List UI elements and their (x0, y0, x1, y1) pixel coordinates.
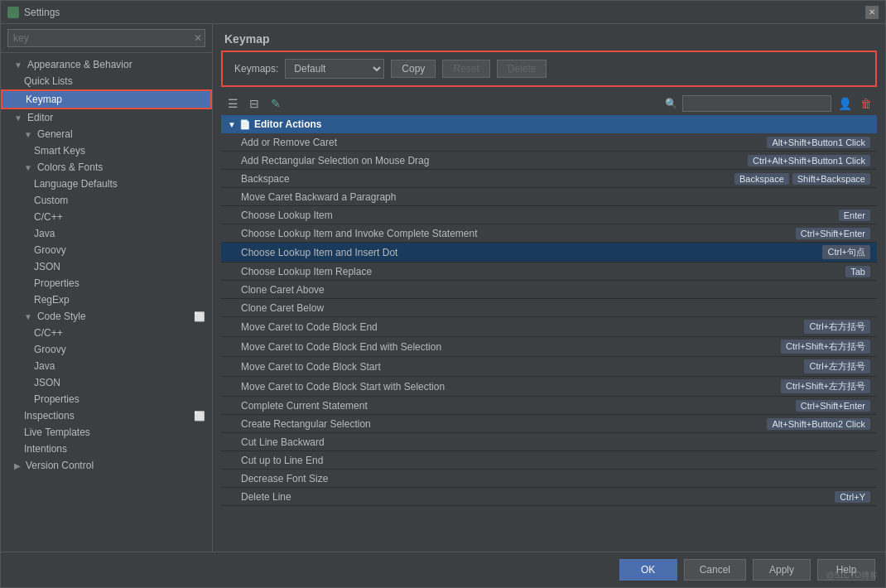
sidebar-item-regexp[interactable]: RegExp (1, 292, 212, 308)
sidebar-item-colors-fonts[interactable]: ▼ Colors & Fonts (1, 159, 212, 176)
sidebar-item-appearance[interactable]: ▼ Appearance & Behavior (1, 56, 212, 73)
sidebar-item-label: JSON (34, 261, 60, 272)
sidebar-item-code-json[interactable]: JSON (1, 374, 212, 391)
settings-window: Settings ✕ ✕ ▼ Appearance & Behavior Qui… (0, 0, 886, 588)
shortcut-badge: Ctrl+句点 (822, 245, 870, 259)
sidebar-item-code-cpp[interactable]: C/C++ (1, 325, 212, 341)
shortcuts: Enter (839, 210, 870, 221)
toolbar: ☰ ⊟ ✎ 🔍 👤 🗑 (213, 92, 885, 115)
sidebar-item-label: Keymap (26, 94, 62, 105)
sidebar-item-code-properties[interactable]: Properties (1, 391, 212, 407)
search-wrap: ✕ (7, 29, 205, 47)
action-name: Decrease Font Size (241, 473, 870, 484)
table-row[interactable]: Complete Current StatementCtrl+Shift+Ent… (221, 397, 877, 415)
sidebar-item-version-control[interactable]: ▶ Version Control (1, 457, 212, 474)
sidebar-item-intentions[interactable]: Intentions (1, 441, 212, 457)
table-row[interactable]: Clone Caret Above (221, 281, 877, 299)
sidebar-item-label: Inspections (24, 410, 75, 422)
action-name: Move Caret to Code Block Start with Sele… (241, 381, 781, 393)
search-input[interactable] (7, 29, 205, 47)
edit-icon[interactable]: ✎ (267, 95, 284, 112)
shortcut-badge: Backspace (734, 173, 789, 185)
table-row[interactable]: Choose Lookup ItemEnter (221, 206, 877, 224)
shortcuts: Ctrl+Shift+Enter (796, 228, 870, 239)
table-row[interactable]: Move Caret Backward a Paragraph (221, 188, 877, 206)
sidebar: ✕ ▼ Appearance & Behavior Quick Lists Ke… (1, 24, 213, 552)
watermark: @51CTO博客 (826, 570, 878, 581)
sidebar-item-keymap[interactable]: Keymap (1, 89, 212, 109)
table-row[interactable]: Add Rectangular Selection on Mouse DragC… (221, 152, 877, 170)
sidebar-item-editor[interactable]: ▼ Editor (1, 109, 212, 126)
sidebar-item-groovy[interactable]: Groovy (1, 242, 212, 258)
table-row[interactable]: Delete LineCtrl+Y (221, 488, 877, 506)
shortcuts: Ctrl+Shift+右方括号 (781, 340, 870, 354)
table-row[interactable]: Choose Lookup Item ReplaceTab (221, 263, 877, 281)
sidebar-item-json[interactable]: JSON (1, 258, 212, 275)
table-row[interactable]: Move Caret to Code Block End with Select… (221, 337, 877, 357)
sidebar-item-code-java[interactable]: Java (1, 358, 212, 374)
action-name: Create Rectangular Selection (241, 418, 767, 430)
table-row[interactable]: Move Caret to Code Block EndCtrl+右方括号 (221, 317, 877, 337)
sidebar-item-java[interactable]: Java (1, 225, 212, 242)
table-row[interactable]: Decrease Font Size (221, 470, 877, 488)
shortcuts: Ctrl+右方括号 (804, 320, 870, 334)
table-row[interactable]: Move Caret to Code Block Start with Sele… (221, 377, 877, 397)
sidebar-item-label: Editor (27, 112, 53, 123)
title-bar-left: Settings (7, 7, 60, 18)
sidebar-item-label: Groovy (34, 344, 66, 355)
search-bar: ✕ (1, 24, 212, 53)
shortcuts: Tab (845, 266, 870, 277)
delete-button[interactable]: Delete (497, 60, 547, 78)
table-row[interactable]: BackspaceBackspaceShift+Backspace (221, 170, 877, 188)
keymap-select[interactable]: Default Eclipse Emacs NetBeans (285, 59, 384, 79)
copy-button[interactable]: Copy (391, 60, 436, 78)
table-row[interactable]: Choose Lookup Item and Invoke Complete S… (221, 224, 877, 243)
table-row[interactable]: Create Rectangular SelectionAlt+Shift+Bu… (221, 415, 877, 433)
sidebar-item-label: General (37, 128, 73, 140)
table-row[interactable]: Move Caret to Code Block StartCtrl+左方括号 (221, 357, 877, 377)
sidebar-item-custom[interactable]: Custom (1, 192, 212, 209)
table-row[interactable]: Cut Line Backward (221, 433, 877, 451)
sidebar-item-smart-keys[interactable]: Smart Keys (1, 142, 212, 159)
sidebar-item-code-style[interactable]: ▼ Code Style ⬜ (1, 308, 212, 325)
action-name: Choose Lookup Item and Invoke Complete S… (241, 228, 796, 239)
app-icon (7, 7, 19, 18)
table-row[interactable]: Choose Lookup Item and Insert DotCtrl+句点 (221, 243, 877, 263)
sidebar-item-label: Smart Keys (34, 145, 85, 157)
sidebar-item-general[interactable]: ▼ General (1, 126, 212, 142)
sidebar-tree: ▼ Appearance & Behavior Quick Lists Keym… (1, 53, 212, 552)
table-row[interactable]: Cut up to Line End (221, 451, 877, 470)
action-name: Move Caret Backward a Paragraph (241, 191, 870, 203)
apply-button[interactable]: Apply (753, 559, 811, 581)
sidebar-item-cpp[interactable]: C/C++ (1, 209, 212, 225)
shortcuts: Ctrl+Alt+Shift+Button1 Click (748, 155, 870, 166)
action-search-input[interactable] (682, 95, 831, 112)
shortcut-badge: Ctrl+Shift+Enter (796, 400, 870, 412)
sidebar-item-inspections[interactable]: Inspections ⬜ (1, 407, 212, 424)
expand-arrow: ▶ (14, 461, 21, 470)
user-icon[interactable]: 👤 (836, 95, 854, 112)
reset-button[interactable]: Reset (442, 60, 489, 78)
search-clear-icon[interactable]: ✕ (194, 32, 202, 44)
panel-title: Keymap (213, 24, 885, 51)
sidebar-item-properties[interactable]: Properties (1, 275, 212, 292)
sidebar-item-live-templates[interactable]: Live Templates (1, 424, 212, 441)
sidebar-item-language-defaults[interactable]: Language Defaults (1, 176, 212, 192)
cancel-button[interactable]: Cancel (684, 559, 746, 581)
collapse-all-icon[interactable]: ☰ (224, 95, 241, 112)
expand-arrow: ▼ (24, 312, 32, 321)
trash-icon[interactable]: 🗑 (859, 95, 874, 112)
action-name: Backspace (241, 173, 734, 185)
ok-button[interactable]: OK (619, 559, 677, 581)
shortcut-badge: Ctrl+右方括号 (804, 320, 870, 334)
expand-icon[interactable]: ⊟ (246, 95, 262, 112)
search-icon: 🔍 (665, 98, 677, 109)
table-row[interactable]: Clone Caret Below (221, 299, 877, 317)
sidebar-item-quick-lists[interactable]: Quick Lists (1, 73, 212, 89)
close-button[interactable]: ✕ (865, 6, 879, 19)
sidebar-item-code-groovy[interactable]: Groovy (1, 341, 212, 358)
sidebar-item-label: Intentions (24, 443, 67, 455)
expand-arrow: ▼ (14, 113, 22, 123)
table-row[interactable]: Add or Remove CaretAlt+Shift+Button1 Cli… (221, 133, 877, 152)
actions-container: ▼ 📄 Editor Actions Add or Remove CaretAl… (221, 115, 877, 547)
